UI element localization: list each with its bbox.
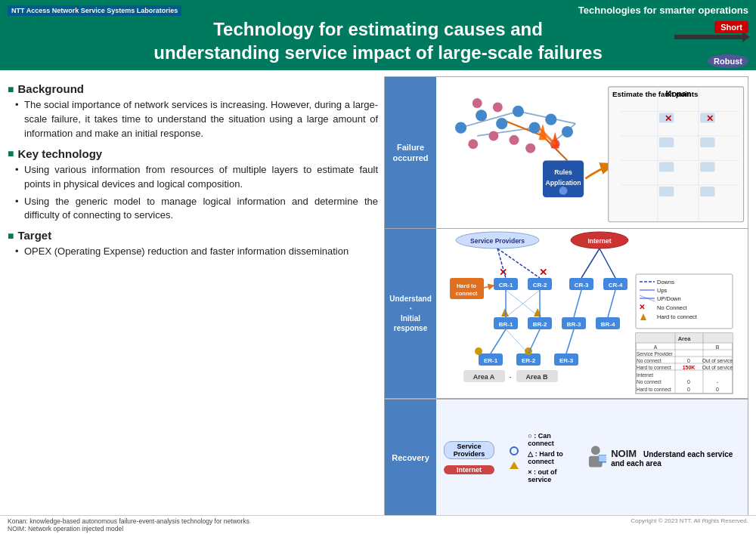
network-topology-svg: Rules Application	[436, 77, 748, 227]
svg-text:BR-2: BR-2	[533, 321, 547, 328]
svg-text:ER-2: ER-2	[522, 357, 536, 364]
svg-point-92	[475, 347, 482, 355]
footer-copyright: Copyright © 2023 NTT. All Rights Reserve…	[631, 517, 748, 532]
noim-label: NOIM	[611, 448, 637, 459]
background-bullet-1: The social importance of network service…	[15, 98, 378, 141]
background-list: The social importance of network service…	[8, 98, 378, 141]
can-connect-symbol	[510, 446, 519, 455]
svg-text:0: 0	[687, 358, 690, 363]
ntt-logo: NTT Access Network Service Systems Labor…	[8, 5, 181, 16]
svg-line-95	[528, 329, 540, 353]
svg-text:Downs: Downs	[657, 279, 674, 286]
failure-diagram: Rules Application	[436, 77, 748, 227]
svg-text:CR-4: CR-4	[609, 282, 623, 289]
svg-text:Internet: Internet	[637, 372, 653, 378]
legend-circle: ○ : Can connect	[528, 432, 575, 447]
svg-text:Ups: Ups	[657, 287, 668, 294]
svg-point-17	[545, 114, 556, 125]
svg-text:UP/Down: UP/Down	[657, 295, 681, 302]
footer-notes: Konan: knowledge-based autonomous failur…	[8, 517, 631, 532]
svg-text:Area: Area	[678, 335, 692, 342]
target-list: OPEX (Operating Expense) reduction and f…	[8, 245, 378, 259]
robust-badge: Robust	[708, 54, 748, 68]
main-title: Technology for estimating causes and und…	[8, 17, 748, 67]
svg-rect-42	[659, 187, 674, 196]
noim-section: NOIM Understand each service and each ar…	[584, 440, 740, 474]
key-technology-list: Using various information from resources…	[8, 163, 378, 223]
svg-point-20	[472, 98, 482, 108]
recovery-diagram: Service Providers Internet ○ : Can conne…	[436, 400, 748, 517]
svg-line-96	[566, 329, 574, 353]
svg-text:-: -	[510, 373, 512, 381]
svg-text:✕: ✕	[639, 303, 645, 311]
left-panel: Background The social importance of netw…	[8, 76, 378, 517]
svg-line-83	[608, 290, 615, 317]
svg-rect-41	[700, 162, 715, 172]
svg-text:CR-1: CR-1	[499, 282, 513, 289]
svg-text:Application: Application	[545, 179, 581, 187]
svg-text:B: B	[716, 344, 720, 350]
person-icon	[584, 440, 607, 474]
svg-text:No Connect: No Connect	[657, 304, 688, 311]
svg-text:Service Provider: Service Provider	[637, 351, 674, 357]
svg-point-28	[559, 187, 568, 195]
svg-text:Hard to connect: Hard to connect	[637, 387, 671, 392]
svg-line-1	[461, 112, 519, 128]
svg-text:Internet: Internet	[587, 237, 611, 245]
svg-text:No connect: No connect	[637, 379, 662, 384]
svg-text:ER-3: ER-3	[559, 357, 574, 364]
failure-occurred-section: Failure occurred	[384, 76, 748, 227]
svg-text:CR-2: CR-2	[533, 282, 547, 289]
svg-text:BR-3: BR-3	[567, 321, 581, 328]
target-title: Target	[8, 229, 378, 242]
svg-point-16	[525, 144, 535, 153]
key-technology-title: Key technology	[8, 147, 378, 160]
konan-note: Konan: knowledge-based autonomous failur…	[8, 517, 249, 525]
svg-text:Out of service: Out of service	[702, 358, 733, 363]
svg-text:BR-1: BR-1	[499, 321, 513, 328]
svg-point-10	[496, 118, 507, 129]
svg-text:Service Providers: Service Providers	[470, 237, 525, 245]
svg-text:Hard to: Hard to	[457, 282, 477, 289]
svg-text:✕: ✕	[539, 267, 547, 278]
short-badge: Short	[714, 21, 748, 33]
key-tech-bullet-1: Using various information from resources…	[15, 163, 378, 192]
svg-point-8	[455, 122, 466, 134]
noim-area: Service Providers Internet ○ : Can conne…	[436, 400, 748, 517]
right-panel: Failure occurred	[384, 76, 748, 517]
recovery-label: Recovery	[385, 400, 436, 517]
svg-point-15	[509, 135, 519, 145]
legend-triangle: △ : Hard to connect	[528, 450, 575, 465]
svg-line-82	[574, 290, 581, 317]
svg-line-67	[581, 248, 600, 278]
svg-text:0: 0	[716, 387, 719, 392]
background-title: Background	[8, 82, 378, 95]
footer: Konan: knowledge-based autonomous failur…	[0, 515, 756, 534]
svg-marker-0	[674, 32, 750, 42]
svg-rect-38	[659, 137, 674, 147]
svg-rect-40	[659, 162, 674, 172]
svg-point-141	[590, 446, 600, 455]
svg-line-97	[506, 329, 528, 353]
svg-rect-39	[700, 137, 715, 147]
svg-point-11	[468, 140, 478, 150]
svg-text:A: A	[654, 344, 658, 350]
svg-text:Area A: Area A	[473, 373, 495, 381]
internet-label-recovery: Internet	[444, 465, 494, 474]
svg-rect-43	[700, 187, 715, 196]
svg-point-18	[562, 126, 573, 137]
svg-line-69	[484, 286, 494, 288]
svg-line-94	[491, 329, 506, 353]
svg-text:Area B: Area B	[525, 373, 548, 381]
svg-text:Hard to connect: Hard to connect	[637, 365, 671, 370]
hard-connect-symbol	[510, 461, 519, 469]
svg-rect-103	[636, 274, 733, 329]
target-bullet-1: OPEX (Operating Expense) reduction and f…	[15, 245, 378, 259]
svg-text:ER-1: ER-1	[484, 357, 498, 364]
svg-rect-144	[599, 455, 606, 461]
svg-text:Estimate the fault points: Estimate the fault points	[612, 90, 699, 98]
understand-label: Understand ・ Initial response	[385, 229, 436, 398]
svg-point-14	[529, 122, 541, 134]
legend-x: × : out of service	[528, 468, 575, 483]
recovery-section: Recovery Service Providers Internet	[384, 399, 748, 517]
